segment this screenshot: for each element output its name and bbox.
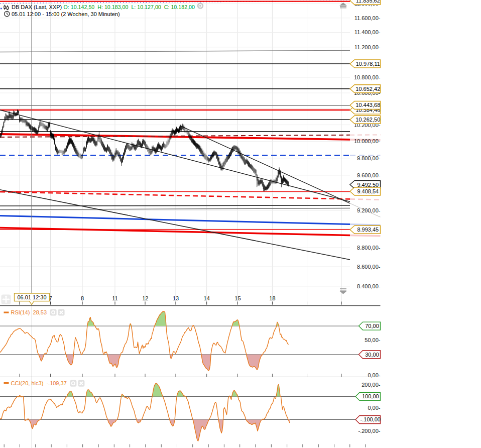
svg-text:50,00-: 50,00- (365, 337, 381, 343)
svg-text:11: 11 (112, 295, 117, 301)
svg-text:10.262,50: 10.262,50 (355, 117, 380, 123)
svg-text:O: 10.142,50 H: 10.183,00 L:: O: 10.142,50 H: 10.183,00 L: 10.127,00 C… (64, 4, 195, 10)
svg-text:9.600,00-: 9.600,00- (357, 172, 381, 178)
svg-text:RSI(14) 28,53: RSI(14) 28,53 (11, 309, 47, 315)
svg-text:9.408,54: 9.408,54 (357, 188, 379, 194)
svg-text:200,00-: 200,00- (362, 382, 381, 388)
svg-text:9.200,00-: 9.200,00- (357, 207, 381, 213)
svg-text:8.400,00-: 8.400,00- (357, 283, 381, 289)
svg-text:18: 18 (269, 295, 275, 301)
svg-text:-.200,00-: -.200,00- (358, 428, 380, 434)
svg-text:8: 8 (81, 295, 84, 301)
svg-text:11.600,00-: 11.600,00- (354, 15, 381, 21)
svg-text:11.200,00-: 11.200,00- (354, 44, 381, 50)
svg-text:14: 14 (204, 295, 210, 301)
svg-text:-.100,00: -.100,00 (360, 416, 381, 422)
svg-text:13: 13 (173, 295, 179, 301)
svg-text:10.800,00-: 10.800,00- (354, 74, 381, 80)
svg-text:10.000,00-: 10.000,00- (354, 138, 381, 144)
svg-text:8.600,00-: 8.600,00- (357, 264, 381, 270)
svg-text:15: 15 (234, 295, 240, 301)
svg-text:0,00-: 0,00- (368, 405, 380, 411)
svg-text:05.01 12:00 - 15:00 (2 Wochen,: 05.01 12:00 - 15:00 (2 Wochen, 30 Minute… (12, 11, 120, 17)
svg-text:0,00-: 0,00- (368, 372, 380, 378)
svg-text:11.400,00-: 11.400,00- (354, 29, 381, 35)
svg-text:70,00: 70,00 (365, 323, 379, 329)
svg-text:10.652,42: 10.652,42 (355, 86, 380, 92)
svg-text:11.835,62: 11.835,62 (356, 0, 380, 4)
svg-text:8.800,00-: 8.800,00- (357, 245, 381, 251)
svg-text:30,00: 30,00 (365, 352, 379, 358)
svg-text:12: 12 (142, 295, 148, 301)
svg-text:100,00: 100,00 (362, 393, 379, 399)
svg-text:9.492,50: 9.492,50 (357, 182, 379, 188)
svg-text:CCI(20, hlc3) -.109,37: CCI(20, hlc3) -.109,37 (11, 380, 67, 386)
svg-text:DB DAX (Last, XXP): DB DAX (Last, XXP) (12, 4, 62, 10)
svg-text:9.800,00-: 9.800,00- (357, 155, 381, 161)
svg-text:06.01 12:30: 06.01 12:30 (17, 294, 46, 300)
svg-text:8.993,45: 8.993,45 (357, 227, 379, 233)
svg-text:10.978,11: 10.978,11 (356, 61, 380, 67)
svg-text:10.443,68: 10.443,68 (355, 102, 380, 108)
